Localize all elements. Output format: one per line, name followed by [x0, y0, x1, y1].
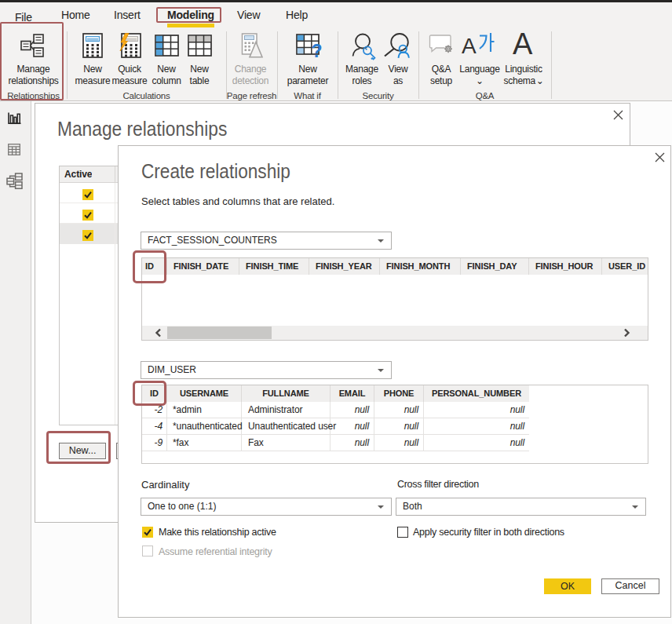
svg-text:?: ? — [312, 41, 323, 59]
